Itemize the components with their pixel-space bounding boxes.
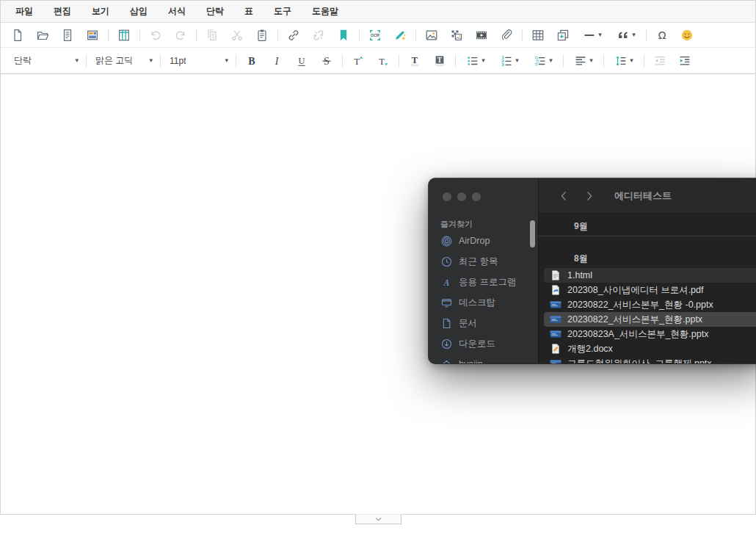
svg-text:T: T <box>379 55 385 66</box>
file-row[interactable]: 20230822_서비스본부_현황 -0.pptx <box>544 297 756 312</box>
add-frame-button[interactable] <box>552 26 574 45</box>
sidebar-scrollbar[interactable] <box>530 220 535 247</box>
sidebar-item-clock[interactable]: 최근 항목 <box>429 251 538 272</box>
file-html-icon <box>550 269 561 281</box>
outdent-icon <box>653 54 666 68</box>
photo-collage-button[interactable] <box>446 26 468 45</box>
undo-button[interactable] <box>145 26 167 45</box>
file-row[interactable]: 1.html <box>544 268 756 283</box>
menu-view[interactable]: 보기 <box>92 5 109 18</box>
menu-paragraph[interactable]: 단락 <box>206 5 224 18</box>
menu-file[interactable]: 파일 <box>15 5 33 18</box>
emoticon-button[interactable] <box>676 26 698 45</box>
indent-button[interactable] <box>674 51 696 70</box>
underline-icon: U <box>295 54 308 68</box>
svg-text:U: U <box>298 55 305 65</box>
finder-file-list: 9월8월1.html202308_사이냅에디터 브로셔.pdf20230822_… <box>539 214 756 363</box>
underline-button[interactable]: U <box>291 51 313 70</box>
special-character-button[interactable]: Ω <box>651 26 673 45</box>
sidebar-item-document[interactable]: 문서 <box>429 313 538 333</box>
toolbar-separator <box>522 29 523 42</box>
font-color-button[interactable]: T <box>404 51 426 70</box>
table-button[interactable] <box>527 26 549 45</box>
cut-button[interactable] <box>226 26 248 45</box>
correction-pen-button[interactable] <box>389 26 411 45</box>
toolbar-separator <box>644 54 644 68</box>
bold-button[interactable]: B <box>241 51 263 70</box>
horizontal-line-icon <box>583 29 596 42</box>
new-document-button[interactable] <box>7 26 29 45</box>
svg-text:3: 3 <box>502 62 505 67</box>
save-document-icon <box>61 29 74 42</box>
copy-button[interactable] <box>201 26 223 45</box>
toolbar-separator <box>342 54 343 68</box>
blockquote-button[interactable]: ▾ <box>611 26 641 45</box>
font-family-select[interactable]: 맑은 고딕▾ <box>90 52 157 70</box>
bullet-list-icon <box>466 54 479 68</box>
highlight-color-button[interactable]: T <box>429 51 451 70</box>
back-button[interactable] <box>558 190 570 202</box>
superscript-button[interactable]: T <box>347 51 369 70</box>
attachment-button[interactable] <box>495 26 517 45</box>
sidebar-item-download[interactable]: 다운로드 <box>429 333 538 354</box>
align-button[interactable]: ▾ <box>568 51 599 70</box>
file-name: 20230823A_서비스본부_현황.pptx <box>567 328 708 341</box>
menu-edit[interactable]: 편집 <box>54 5 71 18</box>
link-button[interactable] <box>283 26 305 45</box>
forward-button[interactable] <box>584 190 595 202</box>
dropdown-caret-icon: ▾ <box>225 57 228 64</box>
unlink-button[interactable] <box>308 26 330 45</box>
sidebar-item-desktop[interactable]: 데스크탑 <box>429 292 538 313</box>
multilevel-list-button[interactable]: ▾ <box>528 51 559 70</box>
download-icon <box>441 338 452 350</box>
file-row[interactable]: 20230823A_서비스본부_현황.pptx <box>544 327 756 341</box>
home-icon <box>441 359 452 364</box>
bookmark-button[interactable] <box>332 26 355 45</box>
sidebar-item-airdrop[interactable]: AirDrop <box>429 231 538 251</box>
numbered-list-button[interactable]: 123▾ <box>494 51 525 70</box>
image-button[interactable] <box>421 26 443 45</box>
open-folder-button[interactable] <box>32 26 54 45</box>
outdent-button[interactable] <box>649 51 671 70</box>
menu-insert[interactable]: 삽입 <box>130 5 148 18</box>
italic-button[interactable]: I <box>266 51 288 70</box>
file-row[interactable]: 개행2.docx <box>544 341 756 356</box>
close-window-button[interactable] <box>443 192 451 201</box>
bullet-list-button[interactable]: ▾ <box>460 51 491 70</box>
redo-button[interactable] <box>170 26 192 45</box>
font-size-select[interactable]: 11pt▾ <box>164 52 233 70</box>
strikethrough-icon: S <box>320 54 333 68</box>
line-spacing-button[interactable]: ▾ <box>608 51 639 70</box>
menu-format[interactable]: 서식 <box>168 5 186 18</box>
menu-tools[interactable]: 도구 <box>274 5 291 18</box>
svg-text:I: I <box>275 55 280 66</box>
menu-help[interactable]: 도움말 <box>312 5 338 18</box>
zoom-window-button[interactable] <box>472 192 481 201</box>
paste-button[interactable] <box>251 26 273 45</box>
new-document-icon <box>11 29 24 42</box>
paste-icon <box>255 29 269 42</box>
paragraph-style-select[interactable]: 단락▾ <box>8 52 83 70</box>
subscript-button[interactable]: T <box>372 51 394 70</box>
statusbar-collapse-button[interactable] <box>355 514 401 524</box>
paragraph-style-select-value: 단락 <box>14 54 32 67</box>
ocr-button[interactable]: OCR <box>364 26 386 45</box>
sidebar-item-home[interactable]: hyejin <box>429 354 538 363</box>
page-layout-button[interactable] <box>113 26 135 45</box>
menu-table[interactable]: 표 <box>244 5 253 18</box>
desktop-icon <box>441 297 452 308</box>
sidebar-item-label: 문서 <box>459 317 477 330</box>
strikethrough-button[interactable]: S <box>316 51 338 70</box>
copy-icon <box>206 29 219 42</box>
template-button[interactable] <box>81 26 103 45</box>
minimize-window-button[interactable] <box>457 192 466 201</box>
file-row[interactable]: 202308_사이냅에디터 브로셔.pdf <box>544 283 756 297</box>
file-name: 개행2.docx <box>567 343 613 355</box>
video-button[interactable] <box>470 26 493 45</box>
save-document-button[interactable] <box>57 26 79 45</box>
sidebar-item-applications[interactable]: A응용 프로그램 <box>429 272 538 292</box>
file-row[interactable]: 20230822_서비스본부_현황.pptx <box>544 312 756 327</box>
file-row[interactable]: 그룹드현위원회이사_그룹핵제.pptx <box>544 356 756 363</box>
horizontal-line-button[interactable]: ▾ <box>577 26 608 45</box>
table-icon <box>531 29 545 42</box>
